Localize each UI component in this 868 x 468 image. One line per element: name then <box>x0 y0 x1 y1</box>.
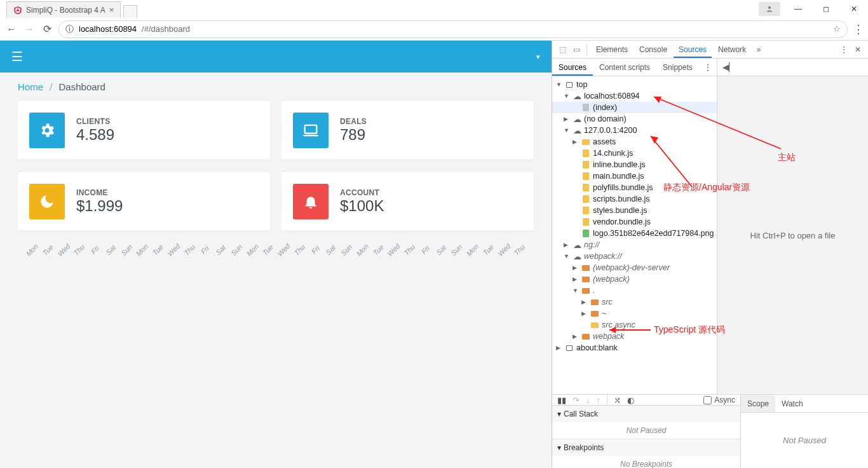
back-button[interactable]: ← <box>5 24 18 35</box>
file-tree[interactable]: top ☁localhost:60894 (index) ☁(no domain… <box>552 76 717 394</box>
scope-tab[interactable]: Scope <box>741 396 775 412</box>
tab-close-icon[interactable]: × <box>109 5 114 15</box>
bookmark-icon[interactable]: ☆ <box>833 24 841 34</box>
tree-file[interactable]: vendor.bundle.js <box>593 217 651 226</box>
tree-localhost[interactable]: localhost:60894 <box>584 92 640 100</box>
svg-point-0 <box>768 6 771 9</box>
tree-index[interactable]: (index) <box>593 103 617 112</box>
async-label: Async <box>714 396 735 404</box>
devtools-close-icon[interactable]: ✕ <box>851 45 864 54</box>
close-window-button[interactable]: ✕ <box>840 0 868 18</box>
chart-bars <box>24 264 527 437</box>
address-row: ← → ⟳ ⓘ localhost:60894/#/dashboard ☆ ⋮ <box>0 18 868 41</box>
tree-file[interactable]: logo.351b82e64e2edd717984.png <box>593 229 714 238</box>
card-label: DEALS <box>340 117 367 126</box>
tree-wp-src[interactable]: src <box>602 298 613 306</box>
step-into-icon[interactable]: ↓ <box>586 396 590 405</box>
browser-tab[interactable]: SimpliQ - Bootstrap 4 A × <box>6 1 121 18</box>
devtools-menu-icon[interactable]: ⋮ <box>837 45 850 54</box>
device-mode-icon[interactable]: ▭ <box>570 45 583 54</box>
scope-body: Not Paused <box>741 413 868 468</box>
tree-wp-tilde[interactable]: ~ <box>602 309 606 318</box>
step-out-icon[interactable]: ↑ <box>597 396 601 405</box>
breakpoints-body: No Breakpoints <box>552 456 740 468</box>
profile-button[interactable] <box>759 2 780 16</box>
tree-file[interactable]: styles.bundle.js <box>593 206 647 215</box>
tab-elements[interactable]: Elements <box>591 41 633 58</box>
tab-sources[interactable]: Sources <box>674 41 712 58</box>
tree-aboutblank[interactable]: about:blank <box>576 343 618 352</box>
tree-file[interactable]: polyfills.bundle.js <box>593 183 653 192</box>
subtab-more-icon[interactable]: ⋮ <box>699 63 717 72</box>
hamburger-icon[interactable]: ☰ <box>11 49 23 64</box>
tree-nodomain[interactable]: (no domain) <box>584 114 627 123</box>
deactivate-bp-icon[interactable]: ⤭ <box>614 396 621 405</box>
maximize-button[interactable]: ◻ <box>812 0 840 18</box>
tree-wp-webpack[interactable]: (webpack) <box>593 275 630 284</box>
gears-icon <box>29 113 65 148</box>
tree-wp-srcasync[interactable]: src async <box>602 320 635 329</box>
more-tabs-icon[interactable]: » <box>752 45 765 54</box>
editor-tab-strip[interactable]: ◀▏ <box>717 59 868 76</box>
address-bar[interactable]: ⓘ localhost:60894/#/dashboard ☆ <box>58 20 848 38</box>
inspect-icon[interactable]: ⬚ <box>556 45 569 54</box>
card-value: 4.589 <box>76 126 114 144</box>
card-label: INCOME <box>76 188 123 197</box>
tree-assets[interactable]: assets <box>593 137 616 146</box>
card-label: ACCOUNT <box>340 188 384 197</box>
breadcrumb: Home / Dashboard <box>0 72 552 101</box>
tree-wp-devserver[interactable]: (webpack)-dev-server <box>593 263 670 272</box>
laptop-icon <box>293 113 329 148</box>
breakpoints-header[interactable]: ▾ Breakpoints <box>552 439 740 456</box>
tree-wp-dot[interactable]: . <box>593 286 595 295</box>
card-income[interactable]: INCOME$1.999 <box>18 172 270 231</box>
card-value: 789 <box>340 126 367 144</box>
subtab-sources[interactable]: Sources <box>552 59 593 76</box>
sources-panel-left: Sources Content scripts Snippets ⋮ top ☁… <box>552 59 717 394</box>
tab-console[interactable]: Console <box>634 41 672 58</box>
tree-wp-webpack2[interactable]: webpack <box>593 332 624 341</box>
reload-button[interactable]: ⟳ <box>41 23 53 35</box>
card-deals[interactable]: DEALS789 <box>281 101 534 160</box>
site-info-icon[interactable]: ⓘ <box>65 24 74 35</box>
devtools-tabs: ⬚ ▭ Elements Console Sources Network » ⋮… <box>552 41 868 59</box>
breadcrumb-current: Dashboard <box>59 81 105 92</box>
breadcrumb-home[interactable]: Home <box>18 81 43 92</box>
pause-icon[interactable]: ▮▮ <box>557 396 566 405</box>
chrome-menu-button[interactable]: ⋮ <box>853 22 863 36</box>
watch-tab[interactable]: Watch <box>775 396 810 412</box>
minimize-button[interactable]: — <box>784 0 812 18</box>
new-tab-button[interactable] <box>123 5 137 18</box>
tree-webpack[interactable]: webpack:// <box>584 252 622 261</box>
tab-network[interactable]: Network <box>713 41 751 58</box>
tab-title: SimpliQ - Bootstrap 4 A <box>26 6 105 15</box>
angular-icon <box>13 6 22 15</box>
async-checkbox[interactable] <box>703 396 712 404</box>
tree-127[interactable]: 127.0.0.1:4200 <box>584 126 637 135</box>
chart-x-labels: MonTueWedThuFriSatSunMonTueWedThuFriSatS… <box>24 246 527 254</box>
sources-panel-right: ◀▏ Hit Ctrl+P to open a file <box>717 59 868 394</box>
debugger-pane: ▮▮ ↷ ↓ ↑ ⤭ ◐ Async ▾ Call Stack Not Paus… <box>552 394 868 468</box>
window-controls: — ◻ ✕ <box>759 0 868 18</box>
card-account[interactable]: ACCOUNT$100K <box>281 172 534 231</box>
tree-top[interactable]: top <box>576 80 587 89</box>
moon-icon <box>29 184 65 219</box>
forward-button[interactable]: → <box>23 24 36 35</box>
tree-file[interactable]: 14.chunk.js <box>593 149 633 158</box>
tree-file[interactable]: scripts.bundle.js <box>593 195 650 203</box>
subtab-contentscripts[interactable]: Content scripts <box>593 59 656 76</box>
callstack-header[interactable]: ▾ Call Stack <box>552 406 740 422</box>
header-dropdown-icon[interactable]: ▾ <box>536 53 540 61</box>
tree-file[interactable]: inline.bundle.js <box>593 160 646 169</box>
app-header: ☰ ▾ <box>0 41 552 72</box>
tree-ng[interactable]: ng:// <box>584 240 599 249</box>
pause-exceptions-icon[interactable]: ◐ <box>627 396 634 405</box>
app-viewport: ☰ ▾ Home / Dashboard CLIENTS4.589 DEALS7… <box>0 41 552 468</box>
card-label: CLIENTS <box>76 117 114 126</box>
tree-file[interactable]: main.bundle.js <box>593 172 644 181</box>
card-clients[interactable]: CLIENTS4.589 <box>18 101 270 160</box>
debugger-toolbar: ▮▮ ↷ ↓ ↑ ⤭ ◐ Async <box>552 395 740 406</box>
card-value: $1.999 <box>76 197 123 215</box>
step-over-icon[interactable]: ↷ <box>573 396 580 405</box>
subtab-snippets[interactable]: Snippets <box>656 59 699 76</box>
